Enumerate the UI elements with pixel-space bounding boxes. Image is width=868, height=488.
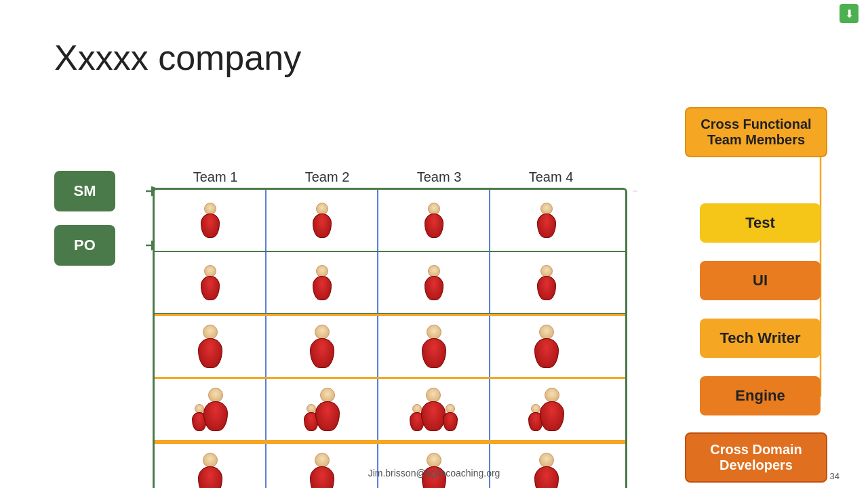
cell-r2-c2 xyxy=(267,252,378,313)
ui-box: UI xyxy=(700,261,821,300)
grid-row-1 xyxy=(155,190,625,252)
outer-grid xyxy=(153,188,627,488)
test-box: Test xyxy=(700,203,821,243)
cell-r3-c2 xyxy=(267,316,378,377)
cell-r4-c2 xyxy=(267,379,378,440)
team-label-1: Team 1 xyxy=(159,169,271,185)
team-grid: Team 1 Team 2 Team 3 Team 4 xyxy=(153,169,627,488)
cross-domain-box: Cross Domain Developers xyxy=(685,432,827,483)
cell-r5-c1 xyxy=(155,444,267,488)
grid-row-5 xyxy=(155,442,625,488)
grid-row-4 xyxy=(155,379,625,442)
team-label-2: Team 2 xyxy=(271,169,383,185)
cell-r3-c1 xyxy=(155,316,267,377)
team-labels: Team 1 Team 2 Team 3 Team 4 xyxy=(159,169,627,185)
team-label-3: Team 3 xyxy=(383,169,495,185)
cell-r1-c3 xyxy=(378,190,490,251)
grid-row-2 xyxy=(155,252,625,314)
team-label-4: Team 4 xyxy=(495,169,607,185)
cell-r2-c4 xyxy=(490,252,602,313)
cell-r2-c1 xyxy=(155,252,267,313)
download-icon[interactable]: ⬇ xyxy=(840,4,859,23)
cross-functional-box: Cross Functional Team Members xyxy=(685,107,827,157)
cell-r3-c3 xyxy=(378,316,490,377)
po-box: PO xyxy=(54,225,115,266)
cell-r4-c4 xyxy=(490,379,602,440)
cell-r1-c2 xyxy=(267,190,378,251)
cell-r5-c3 xyxy=(378,444,490,488)
cell-r4-c3 xyxy=(378,379,490,440)
footer-email: Jim.brisson@agilecoaching.org xyxy=(368,468,500,479)
grid-row-3 xyxy=(155,314,625,379)
cell-r2-c3 xyxy=(378,252,490,313)
tech-writer-box: Tech Writer xyxy=(700,319,821,358)
slide-number: 34 xyxy=(830,471,840,481)
cell-r5-c2 xyxy=(267,444,378,488)
cell-r4-c1 xyxy=(155,379,267,440)
cell-r3-c4 xyxy=(490,316,602,377)
engine-box: Engine xyxy=(700,376,821,415)
sm-box: SM xyxy=(54,171,115,211)
cell-r1-c4 xyxy=(490,190,602,251)
page-title: Xxxxx company xyxy=(54,37,301,78)
cell-r1-c1 xyxy=(155,190,267,251)
cell-r5-c4 xyxy=(490,444,602,488)
